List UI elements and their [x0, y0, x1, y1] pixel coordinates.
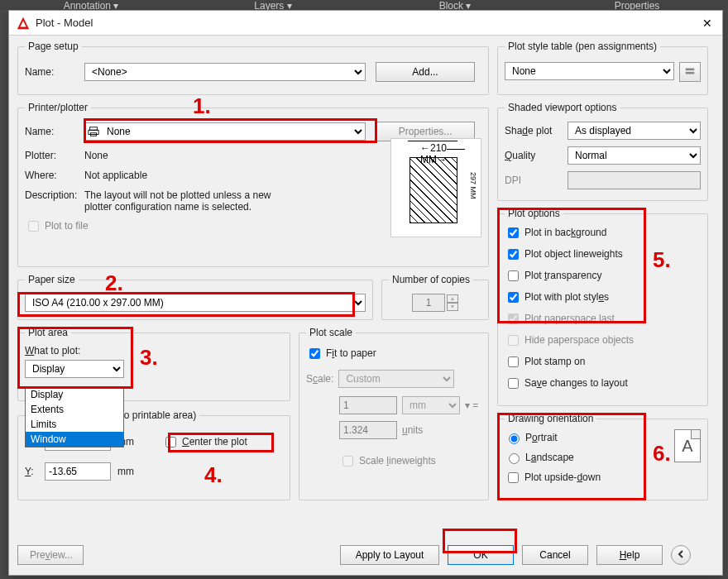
- plot-to-file-checkbox: [28, 221, 39, 232]
- plot-ps-label: Plot with plot styles: [524, 291, 609, 303]
- page-setup-name-select[interactable]: <None>: [84, 63, 366, 81]
- plot-lw-label: Plot object lineweights: [524, 248, 623, 260]
- plot-lw-checkbox[interactable]: [508, 249, 519, 260]
- plot-bg-checkbox[interactable]: [508, 227, 519, 238]
- plot-save-checkbox[interactable]: [508, 378, 519, 389]
- plot-options-legend: Plot options: [505, 208, 563, 219]
- center-plot-label: Center the plot: [182, 436, 247, 447]
- plot-style-select[interactable]: None: [505, 62, 674, 80]
- paper-size-group: Paper size ISO A4 (210.00 x 297.00 MM): [17, 274, 373, 320]
- printer-name-select[interactable]: None: [84, 122, 366, 141]
- scale-label: Scale:: [306, 373, 333, 385]
- desc-value: The layout will not be plotted unless a …: [84, 189, 298, 213]
- close-icon[interactable]: ✕: [699, 15, 716, 31]
- orientation-legend: Drawing orientation: [505, 413, 596, 424]
- copies-legend: Number of copies: [389, 274, 473, 285]
- shaded-legend: Shaded viewport options: [505, 102, 620, 113]
- portrait-radio[interactable]: [509, 433, 520, 444]
- landscape-label: Landscape: [525, 452, 574, 463]
- landscape-radio[interactable]: [509, 453, 520, 464]
- portrait-label: Portrait: [525, 432, 558, 443]
- plot-area-legend: Plot area: [25, 327, 71, 338]
- scale-lineweights-checkbox: [342, 456, 353, 467]
- dpi-input: [568, 171, 701, 189]
- option-extents[interactable]: Extents: [26, 402, 123, 417]
- page-setup-name-label: Name:: [25, 66, 74, 78]
- option-window[interactable]: Window: [26, 432, 123, 447]
- plot-stamp-checkbox[interactable]: [508, 356, 519, 367]
- help-button[interactable]: Help: [596, 545, 663, 565]
- plot-style-group: Plot style table (pen assignments) None: [497, 41, 708, 95]
- scale-num-input: [339, 396, 397, 414]
- plot-last-checkbox: [508, 313, 519, 324]
- plot-ps-checkbox[interactable]: [508, 292, 519, 303]
- scale-lineweights-label: Scale lineweights: [359, 455, 436, 467]
- titlebar: Plot - Model ✕: [9, 11, 722, 36]
- ok-button[interactable]: OK: [448, 545, 514, 565]
- where-value: Not applicable: [84, 170, 147, 181]
- svg-rect-3: [686, 68, 695, 70]
- offset-y-unit: mm: [117, 466, 134, 477]
- plot-dialog: Plot - Model ✕ Page setup Name: <None> A…: [8, 10, 723, 576]
- desc-label: Description:: [25, 189, 74, 213]
- option-limits[interactable]: Limits: [26, 417, 123, 432]
- svg-rect-1: [89, 130, 98, 134]
- copies-group: Number of copies ▲▼: [381, 274, 489, 320]
- plot-last-label: Plot paperspace last: [524, 313, 615, 324]
- printer-name-label: Name:: [25, 126, 74, 137]
- shade-plot-label: Shade plot: [505, 125, 561, 136]
- page-setup-group: Page setup Name: <None> Add...: [17, 41, 489, 95]
- paper-size-legend: Paper size: [25, 274, 79, 285]
- fit-to-paper-checkbox[interactable]: [309, 348, 320, 359]
- plot-options-group: Plot options Plot in background Plot obj…: [497, 208, 708, 406]
- plot-stamp-label: Plot stamp on: [524, 356, 585, 367]
- what-to-plot-select[interactable]: Display: [25, 360, 124, 378]
- plot-save-label: Save changes to layout: [524, 377, 628, 389]
- plot-tr-label: Plot transparency: [524, 270, 601, 281]
- orientation-group: Drawing orientation Portrait Landscape P…: [497, 413, 708, 500]
- offset-y-input[interactable]: [45, 462, 111, 481]
- autocad-logo-icon: [16, 16, 31, 31]
- page-setup-legend: Page setup: [25, 41, 82, 52]
- what-to-plot-dropdown-list[interactable]: Display Extents Limits Window: [25, 386, 124, 447]
- plot-hide-checkbox: [508, 335, 519, 346]
- option-display[interactable]: Display: [26, 387, 123, 402]
- paper-preview: ←210 MM→ 297 MM: [390, 138, 481, 237]
- copies-spinner: ▲▼: [447, 294, 458, 311]
- svg-rect-0: [90, 127, 98, 131]
- upside-checkbox[interactable]: [508, 472, 519, 483]
- chevron-left-icon: [676, 549, 686, 562]
- where-label: Where:: [25, 170, 74, 181]
- orientation-preview-icon: A: [674, 429, 701, 462]
- preview-button: Preview...: [17, 545, 84, 565]
- plot-hide-label: Hide paperspace objects: [524, 334, 634, 346]
- upside-label: Plot upside-down: [524, 471, 601, 483]
- scale-unit-select: mm: [402, 396, 460, 414]
- plot-style-edit-button[interactable]: [679, 62, 701, 82]
- collapse-button[interactable]: [671, 545, 691, 565]
- printer-icon: [88, 126, 99, 137]
- cancel-button[interactable]: Cancel: [522, 545, 588, 565]
- offset-y-label: Y:: [25, 466, 38, 477]
- apply-to-layout-button[interactable]: Apply to Layout: [340, 545, 439, 565]
- printer-legend: Printer/plotter: [25, 102, 91, 113]
- plot-style-legend: Plot style table (pen assignments): [505, 41, 660, 52]
- plot-tr-checkbox[interactable]: [508, 270, 519, 281]
- background-ribbon: Annotation ▾ Layers ▾ Block ▾ Properties: [0, 0, 728, 10]
- center-plot-checkbox[interactable]: [165, 437, 176, 447]
- fit-to-paper-label: Fit to paper: [326, 347, 376, 359]
- shade-plot-select[interactable]: As displayed: [568, 122, 701, 140]
- paper-size-select[interactable]: ISO A4 (210.00 x 297.00 MM): [25, 294, 366, 312]
- plot-to-file-label: Plot to file: [45, 220, 89, 232]
- quality-select[interactable]: Normal: [568, 146, 701, 165]
- scale-den-input: [339, 421, 397, 439]
- quality-label: Quality: [505, 150, 561, 161]
- add-button[interactable]: Add...: [376, 62, 475, 82]
- plot-scale-legend: Plot scale: [306, 327, 356, 338]
- copies-input: [412, 294, 445, 312]
- plotter-value: None: [84, 150, 108, 161]
- plot-bg-label: Plot in background: [524, 227, 606, 238]
- svg-rect-4: [686, 71, 695, 74]
- scale-den-unit: units: [402, 424, 423, 436]
- pen-table-icon: [684, 68, 696, 79]
